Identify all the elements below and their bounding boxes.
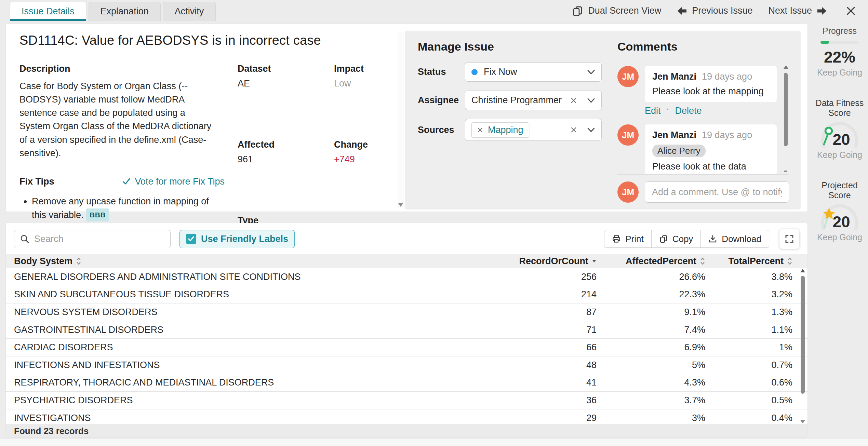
scroll-up-arrow-icon[interactable]	[784, 65, 788, 69]
value-cell: 0.5%	[705, 395, 792, 406]
affected-label: Affected	[238, 139, 334, 150]
avatar: JM	[617, 66, 639, 87]
use-friendly-labels-label: Use Friendly Labels	[201, 234, 288, 244]
body-system-cell: INFECTIONS AND INFESTATIONS	[14, 360, 473, 370]
edit-comment-link[interactable]: Edit	[645, 106, 661, 116]
table-row[interactable]: CARDIAC DISORDERS666.9%1%	[6, 339, 807, 356]
arrow-left-icon	[677, 6, 687, 15]
projected-score-label: Projected Score	[814, 180, 866, 200]
divider	[582, 95, 582, 106]
download-button[interactable]: Download	[700, 230, 769, 248]
status-select[interactable]: Fix Now	[465, 62, 602, 82]
value-cell: 6.9%	[597, 342, 705, 353]
scrollbar-end[interactable]	[784, 171, 787, 172]
status-dot-icon	[471, 69, 478, 75]
source-tag-label: Mapping	[488, 125, 523, 135]
print-button[interactable]: Print	[604, 230, 651, 248]
value-cell: 4.3%	[597, 377, 705, 388]
arrow-right-icon	[817, 6, 827, 15]
next-issue-button[interactable]: Next Issue	[768, 5, 827, 16]
table-row[interactable]: RESPIRATORY, THORACIC AND MEDIASTINAL DI…	[6, 374, 807, 392]
table-row[interactable]: NERVOUS SYSTEM DISORDERS879.1%1.3%	[6, 303, 807, 321]
scrollbar-thumb[interactable]	[801, 276, 805, 394]
table-row[interactable]: INFECTIONS AND INFESTATIONS485%0.7%	[6, 356, 807, 374]
body-system-cell: GASTROINTESTINAL DISORDERS	[14, 325, 473, 335]
value-cell: 9.1%	[597, 307, 705, 317]
column-header-record-or-count[interactable]: RecordOrCount	[473, 256, 597, 267]
search-input[interactable]	[34, 234, 165, 244]
table-row[interactable]: GASTROINTESTINAL DISORDERS717.4%1.1%	[6, 321, 807, 339]
clear-icon[interactable]	[570, 97, 577, 104]
checkbox-checked-icon[interactable]	[186, 234, 196, 244]
scroll-down-arrow-icon[interactable]	[398, 203, 403, 207]
value-cell: 3.7%	[597, 395, 705, 406]
chevron-down-icon[interactable]	[587, 97, 595, 104]
column-header-total-percent[interactable]: TotalPercent	[705, 256, 792, 267]
column-header-body-system[interactable]: Body System	[14, 256, 473, 267]
mention-pill[interactable]: Alice Perry	[652, 145, 706, 157]
assignee-select[interactable]: Christine Programmer	[465, 91, 602, 110]
comment-text: Please look at the mapping	[652, 86, 764, 97]
tab-explanation[interactable]: Explanation	[89, 2, 161, 21]
dataset-label: Dataset	[238, 64, 334, 74]
page-bottom-strip	[0, 439, 868, 446]
download-icon	[708, 234, 717, 243]
print-icon	[612, 234, 621, 243]
scroll-up-arrow-icon[interactable]	[800, 269, 805, 272]
add-comment-input[interactable]	[645, 181, 789, 203]
value-cell: 29	[473, 413, 597, 423]
use-friendly-labels-toggle[interactable]: Use Friendly Labels	[179, 230, 295, 248]
score-sidebar: Progress 22% Keep Going Data Fitness Sco…	[814, 26, 866, 242]
tab-issue-details[interactable]: Issue Details	[10, 2, 86, 21]
fix-tips-label: Fix Tips	[19, 176, 54, 187]
value-cell: 3.8%	[705, 272, 792, 282]
close-icon[interactable]	[846, 6, 856, 16]
fullscreen-button[interactable]	[779, 229, 799, 249]
search-icon	[20, 234, 29, 244]
next-issue-label: Next Issue	[768, 5, 812, 16]
remove-tag-icon[interactable]	[477, 127, 483, 133]
description-scrollbar[interactable]	[398, 32, 404, 208]
scroll-down-arrow-icon[interactable]	[800, 420, 805, 423]
comment-bubble: Jen Manzi 19 days ago Alice Perry Please…	[645, 124, 777, 174]
description-text: Case for Body System or Organ Class (--B…	[19, 80, 218, 160]
dual-screen-view-button[interactable]: Dual Screen View	[572, 5, 661, 16]
search-box[interactable]	[14, 230, 171, 248]
assignee-value: Christine Programmer	[471, 95, 562, 106]
column-label: TotalPercent	[728, 256, 784, 267]
download-label: Download	[722, 234, 761, 244]
vote-fix-tips-link[interactable]: Vote for more Fix Tips	[122, 176, 225, 187]
chevron-down-icon[interactable]	[587, 127, 595, 133]
copy-label: Copy	[672, 234, 693, 244]
comments-scrollbar[interactable]	[783, 65, 789, 172]
page-title: SD1114C: Value for AEBODSYS is in incorr…	[19, 33, 399, 48]
column-header-affected-percent[interactable]: AffectedPercent	[597, 256, 705, 267]
value-cell: 256	[473, 272, 597, 282]
table-row[interactable]: SKIN AND SUBCUTANEOUS TISSUE DISORDERS21…	[6, 286, 807, 304]
dual-screen-icon	[572, 6, 583, 16]
add-comment-row: JM	[617, 174, 789, 203]
table-row[interactable]: PSYCHIATRIC DISORDERS363.7%0.5%	[6, 392, 807, 409]
chevron-down-icon[interactable]	[587, 69, 595, 75]
value-cell: 0.4%	[705, 413, 792, 423]
value-cell: 41	[473, 377, 597, 388]
value-cell: 71	[473, 325, 597, 335]
projected-score-gauge: 20	[817, 203, 862, 231]
table-scrollbar[interactable]	[799, 268, 806, 424]
sources-select[interactable]: Mapping	[465, 119, 602, 141]
previous-issue-button[interactable]: Previous Issue	[677, 5, 752, 16]
copy-button[interactable]: Copy	[651, 230, 701, 248]
scrollbar-thumb[interactable]	[784, 73, 788, 146]
value-cell: 7.4%	[597, 325, 705, 335]
value-cell: 1.3%	[705, 307, 792, 317]
table-row[interactable]: GENERAL DISORDERS AND ADMINISTRATION SIT…	[6, 268, 807, 286]
source-tag-mapping[interactable]: Mapping	[471, 122, 529, 138]
delete-comment-link[interactable]: Delete	[675, 106, 702, 116]
progress-caption: Keep Going	[814, 68, 866, 78]
sort-icon	[787, 257, 792, 266]
fix-tip-text: Remove any upcase function in mapping of…	[32, 196, 209, 220]
fix-tip-item: Remove any upcase function in mapping of…	[32, 194, 225, 222]
clear-icon[interactable]	[570, 126, 577, 133]
data-fitness-block: Data Fitness Score 20 Keep Going	[814, 98, 866, 160]
tab-activity[interactable]: Activity	[163, 2, 216, 21]
